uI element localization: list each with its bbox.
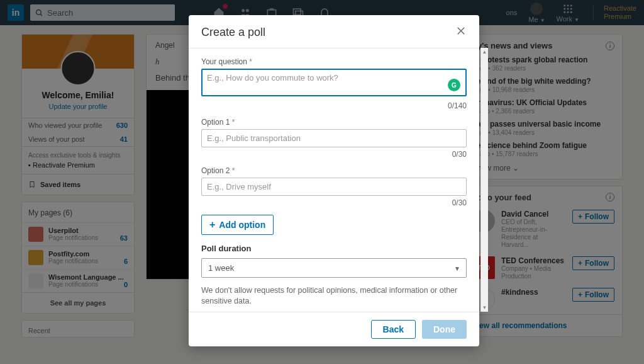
option2-input[interactable]: [201, 178, 467, 196]
question-label: Your question *: [201, 57, 467, 66]
duration-select[interactable]: 1 week: [201, 258, 467, 278]
back-button[interactable]: Back: [371, 320, 416, 339]
question-counter: 0/140: [201, 101, 467, 110]
option2-counter: 0/30: [201, 198, 467, 207]
disclaimer-text: We don't allow requests for political op…: [201, 285, 467, 307]
grammarly-icon[interactable]: G: [448, 79, 460, 91]
add-option-button[interactable]: + Add option: [201, 215, 274, 235]
option1-label: Option 1 *: [201, 118, 467, 127]
question-input[interactable]: [201, 69, 467, 96]
close-button[interactable]: [455, 25, 467, 39]
modal-title: Create a poll: [201, 26, 265, 39]
option1-input[interactable]: [201, 129, 467, 147]
option2-label: Option 2 *: [201, 166, 467, 175]
scroll-down-icon: ▼: [481, 305, 488, 310]
duration-label: Poll duration: [201, 244, 467, 253]
scroll-up-icon: ▲: [481, 49, 488, 55]
option1-counter: 0/30: [201, 150, 467, 159]
create-poll-modal: Create a poll Your question * G 0/140 Op…: [189, 15, 479, 346]
plus-icon: +: [209, 219, 215, 230]
close-icon: [455, 25, 467, 37]
scrollbar[interactable]: ▲ ▼: [480, 48, 488, 312]
done-button[interactable]: Done: [422, 320, 467, 339]
